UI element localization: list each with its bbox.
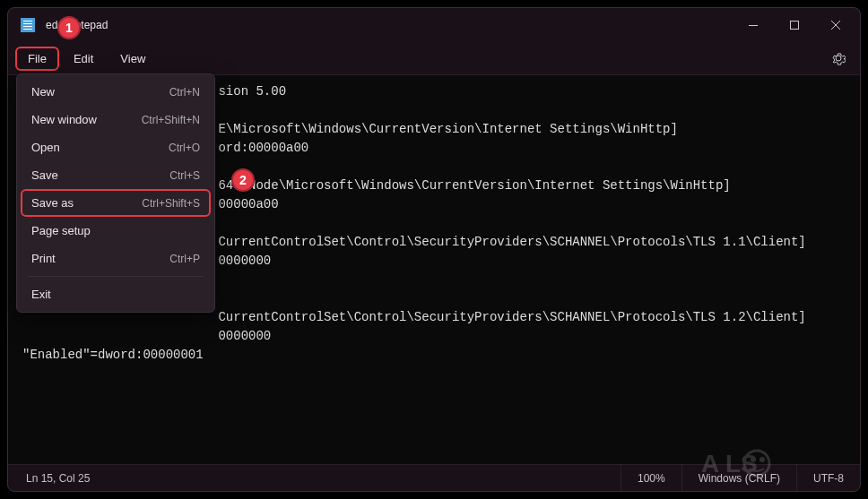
menu-item-label: Exit [31, 288, 51, 301]
minimize-icon [749, 25, 758, 26]
gear-icon [831, 51, 846, 65]
menu-item-exit[interactable]: Exit [21, 280, 211, 308]
menu-item-label: New window [31, 113, 97, 126]
menu-view[interactable]: View [108, 47, 158, 71]
menu-item-new[interactable]: New Ctrl+N [21, 78, 211, 106]
titlebar[interactable]: ed - Notepad [8, 8, 860, 42]
line-ending[interactable]: Windows (CRLF) [681, 465, 796, 491]
menubar: File Edit View [8, 42, 860, 74]
menu-item-save-as[interactable]: Save as Ctrl+Shift+S [21, 189, 211, 217]
svg-rect-1 [791, 22, 799, 30]
menu-item-shortcut: Ctrl+S [169, 169, 200, 182]
menu-item-shortcut: Ctrl+P [169, 253, 200, 265]
menu-item-page-setup[interactable]: Page setup [21, 217, 211, 245]
menu-item-print[interactable]: Print Ctrl+P [21, 245, 211, 272]
settings-button[interactable] [824, 44, 853, 73]
menu-item-open[interactable]: Open Ctrl+O [21, 133, 211, 161]
menu-item-label: Print [31, 252, 56, 265]
maximize-button[interactable] [774, 11, 815, 39]
cursor-position: Ln 15, Col 25 [8, 465, 106, 491]
file-menu-dropdown: New Ctrl+N New window Ctrl+Shift+N Open … [16, 73, 215, 313]
maximize-icon [790, 21, 799, 30]
menu-item-label: New [31, 85, 55, 99]
menu-item-label: Save [31, 168, 58, 182]
close-button[interactable] [815, 11, 856, 39]
zoom-level[interactable]: 100% [621, 465, 681, 491]
annotation-callout-1: 1 [57, 16, 81, 39]
menu-edit[interactable]: Edit [61, 47, 106, 71]
menu-item-shortcut: Ctrl+N [169, 86, 200, 99]
menu-item-label: Open [31, 141, 60, 154]
notepad-icon [21, 18, 35, 32]
menu-item-shortcut: Ctrl+O [169, 142, 200, 154]
minimize-button[interactable] [733, 11, 774, 39]
menu-item-shortcut: Ctrl+Shift+S [142, 197, 200, 210]
annotation-callout-2: 2 [231, 168, 255, 192]
statusbar: Ln 15, Col 25 100% Windows (CRLF) UTF-8 [8, 464, 860, 491]
menu-file[interactable]: File [15, 47, 59, 71]
encoding[interactable]: UTF-8 [796, 465, 860, 491]
window-controls [733, 11, 856, 39]
close-icon [831, 21, 840, 30]
svg-rect-0 [749, 25, 758, 26]
menu-separator [28, 276, 204, 277]
menu-item-shortcut: Ctrl+Shift+N [142, 114, 200, 126]
menu-item-save[interactable]: Save Ctrl+S [21, 161, 211, 189]
menu-item-label: Save as [31, 196, 74, 210]
menu-item-label: Page setup [31, 224, 91, 237]
menu-item-new-window[interactable]: New window Ctrl+Shift+N [21, 106, 211, 133]
